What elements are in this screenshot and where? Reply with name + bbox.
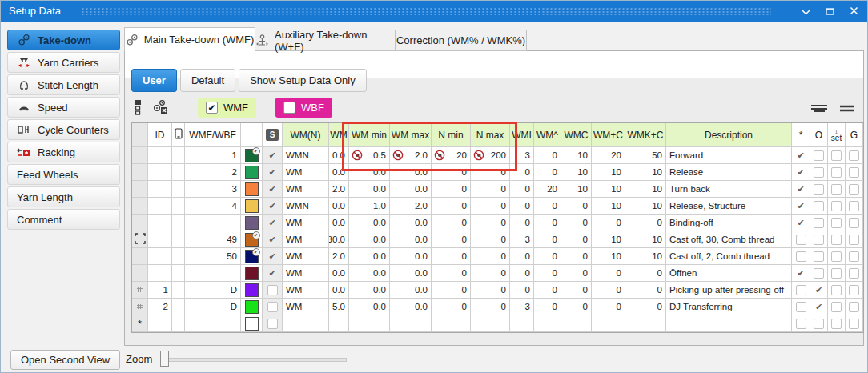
color-swatch[interactable] xyxy=(245,317,259,331)
empty-checkbox[interactable] xyxy=(267,302,278,312)
cell-star[interactable]: ✔ xyxy=(792,164,810,181)
sidebar-item-stitch-length[interactable]: Stitch Length xyxy=(7,74,120,95)
cell-wmmax[interactable]: 0.0 xyxy=(390,299,432,315)
tab-main-take-down[interactable]: Main Take-down (WMF) xyxy=(124,27,255,51)
cell-nmax[interactable]: 0 xyxy=(471,248,510,265)
empty-checkbox[interactable] xyxy=(831,268,842,279)
empty-checkbox[interactable] xyxy=(796,251,806,262)
empty-checkbox[interactable] xyxy=(849,251,859,262)
cell-wmi[interactable]: 3 xyxy=(510,299,534,315)
cell-wm[interactable]: 2.0 xyxy=(329,248,349,265)
cell-desc[interactable]: Release, Structure xyxy=(666,198,792,215)
cell-desc[interactable]: Release xyxy=(666,164,792,181)
cell-id[interactable]: 1 xyxy=(148,282,172,299)
cell-wmmin[interactable]: 0.0 xyxy=(349,248,390,265)
cell-wmi[interactable]: 0 xyxy=(510,181,534,198)
cell-wm[interactable]: 0.0 xyxy=(329,198,349,215)
cell-dev[interactable] xyxy=(172,147,185,164)
cell-wmup[interactable]: 0 xyxy=(534,248,561,265)
cell-set[interactable] xyxy=(828,181,846,198)
cell-wmup[interactable]: 0 xyxy=(534,299,561,315)
cell-wmmax[interactable]: 0.0 xyxy=(390,231,432,248)
cell-wmi[interactable]: 0 xyxy=(510,215,534,231)
cell-wmpc[interactable]: 0 xyxy=(592,265,625,282)
cell-nmax[interactable]: 200 xyxy=(471,147,510,164)
empty-checkbox[interactable] xyxy=(831,184,842,195)
sidebar-item-racking[interactable]: Racking xyxy=(7,142,120,162)
cell-wmi[interactable]: 0 xyxy=(510,282,534,299)
cell-dev[interactable] xyxy=(172,265,185,282)
cell-o[interactable]: ✔ xyxy=(810,299,828,315)
cell-wmn[interactable]: WM xyxy=(283,282,329,299)
cell-wm[interactable]: 0.0 xyxy=(329,215,349,231)
cell-wmmin[interactable]: 1.0 xyxy=(349,198,390,215)
cell-wmmax[interactable]: 2.0 xyxy=(390,147,432,164)
cell-wmmin[interactable]: 0.0 xyxy=(349,282,390,299)
cell-dev[interactable] xyxy=(172,315,185,332)
cell-set[interactable] xyxy=(828,164,846,181)
empty-checkbox[interactable] xyxy=(796,285,806,295)
cell-id[interactable] xyxy=(148,315,172,332)
row-lines-3-icon[interactable] xyxy=(810,103,829,114)
cell-desc[interactable]: Cast off, 2, Comb thread xyxy=(666,248,792,265)
cell-nmax[interactable]: 0 xyxy=(471,282,510,299)
cell-wm[interactable] xyxy=(329,315,349,332)
filter-pill-wmf[interactable]: ✔WMF xyxy=(198,98,256,118)
color-swatch[interactable] xyxy=(245,300,259,314)
cell-nmax[interactable]: 0 xyxy=(471,231,510,248)
cell-dev[interactable] xyxy=(172,198,185,215)
zoom-slider-thumb[interactable] xyxy=(160,351,169,367)
cell-id[interactable]: 2 xyxy=(148,299,172,315)
cell-dev[interactable] xyxy=(172,164,185,181)
empty-checkbox[interactable] xyxy=(831,285,842,295)
cell-wmfwbf[interactable]: 1 xyxy=(185,147,241,164)
color-swatch[interactable]: ✔ xyxy=(245,149,259,162)
cell-g[interactable] xyxy=(846,181,863,198)
empty-checkbox[interactable] xyxy=(849,167,859,178)
cell-wmmin[interactable] xyxy=(349,315,390,332)
cell-wmpc[interactable]: 0 xyxy=(592,282,625,299)
cell-o[interactable] xyxy=(810,147,828,164)
cell-g[interactable] xyxy=(846,299,863,315)
cell-wmc[interactable]: 0 xyxy=(561,215,592,231)
cell-nmax[interactable]: 0 xyxy=(471,198,510,215)
cell-nmin[interactable]: 20 xyxy=(432,147,471,164)
empty-checkbox[interactable] xyxy=(849,285,859,295)
cell-wmc[interactable]: 10 xyxy=(561,147,592,164)
cell-color[interactable]: ✔ xyxy=(241,248,263,265)
cell-g[interactable] xyxy=(846,248,863,265)
cell-desc[interactable]: DJ Transferring xyxy=(666,299,792,315)
cell-wmc[interactable]: 10 xyxy=(561,164,592,181)
tab-correction[interactable]: Correction (WM% / WMK%) xyxy=(395,30,527,51)
cell-s[interactable] xyxy=(263,282,283,299)
cell-o[interactable] xyxy=(810,248,828,265)
cell-nmax[interactable]: 0 xyxy=(471,181,510,198)
empty-checkbox[interactable] xyxy=(814,167,824,178)
cell-wmfwbf[interactable]: D xyxy=(185,282,241,299)
cell-wmmin[interactable]: 0.0 xyxy=(349,265,390,282)
cell-o[interactable] xyxy=(810,315,828,332)
empty-checkbox[interactable] xyxy=(796,319,806,329)
empty-checkbox[interactable] xyxy=(849,184,859,195)
cell-wmpc[interactable] xyxy=(592,315,625,332)
cell-id[interactable] xyxy=(148,164,172,181)
cell-nmax[interactable]: 0 xyxy=(471,299,510,315)
cell-nmin[interactable]: 0 xyxy=(432,181,471,198)
maximize-button[interactable] xyxy=(824,6,835,17)
cell-wmc[interactable]: 0 xyxy=(561,282,592,299)
cell-nmin[interactable]: 0 xyxy=(432,198,471,215)
cell-wmpc[interactable]: 10 xyxy=(592,198,625,215)
cell-wmn[interactable]: WM xyxy=(283,164,329,181)
cell-wmmin[interactable]: 0.0 xyxy=(349,164,390,181)
cell-g[interactable] xyxy=(846,265,863,282)
cell-wmmax[interactable]: 0.0 xyxy=(390,181,432,198)
cell-wmmax[interactable] xyxy=(390,315,432,332)
cell-s[interactable]: ✔ xyxy=(263,248,283,265)
cell-color[interactable] xyxy=(241,198,263,215)
cell-star[interactable] xyxy=(792,248,810,265)
color-swatch[interactable]: ✔ xyxy=(245,250,259,263)
cell-nmin[interactable]: 0 xyxy=(432,164,471,181)
cell-wm[interactable]: 0.0 xyxy=(329,147,349,164)
empty-checkbox[interactable] xyxy=(814,184,824,195)
cell-wmup[interactable]: 0 xyxy=(534,147,561,164)
